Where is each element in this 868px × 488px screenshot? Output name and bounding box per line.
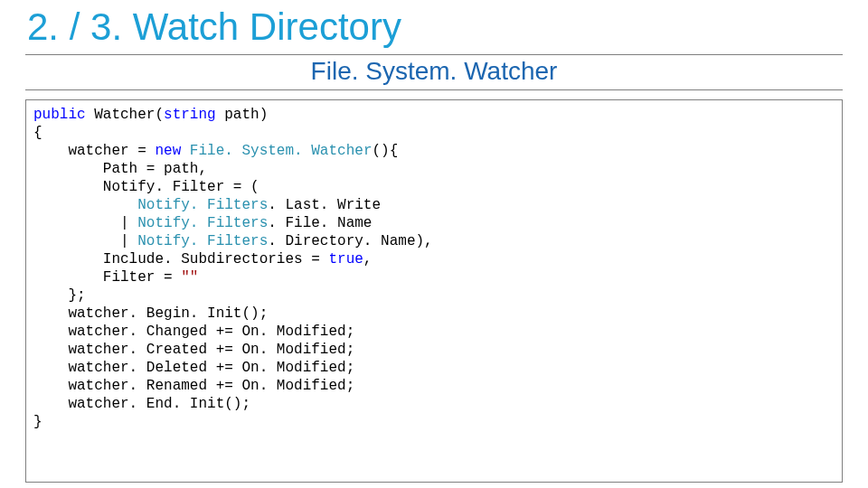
subtitle-text: File. System. Watcher xyxy=(311,57,558,85)
slide: 2. / 3. Watch Directory File. System. Wa… xyxy=(0,0,868,488)
code-text: . Directory. Name), xyxy=(268,233,432,249)
code-text: Filter = xyxy=(33,269,181,286)
code-text xyxy=(181,143,190,159)
code-text: Include. Subdirectories = xyxy=(33,251,328,267)
subtitle-bar: File. System. Watcher xyxy=(25,54,843,90)
code-text: (){ xyxy=(372,143,398,159)
code-text: Watcher( xyxy=(86,107,164,123)
code-text: watcher = xyxy=(33,143,155,159)
code-text: watcher. Deleted += On. Modified; xyxy=(33,360,354,376)
keyword-true: true xyxy=(328,251,363,267)
code-text: watcher. Renamed += On. Modified; xyxy=(33,378,354,394)
keyword-new: new xyxy=(155,143,181,159)
code-text: watcher. End. Init(); xyxy=(33,396,250,412)
code-text: } xyxy=(33,414,42,430)
string-literal: "" xyxy=(181,269,198,286)
code-text xyxy=(33,197,137,213)
keyword-public: public xyxy=(33,107,86,123)
code-text: Path = path, xyxy=(33,161,207,177)
code-text: . File. Name xyxy=(268,215,372,231)
code-text: Notify. Filter = ( xyxy=(33,179,259,195)
code-text: . Last. Write xyxy=(268,197,381,213)
code-text: path) xyxy=(216,107,269,123)
code-text: }; xyxy=(33,287,86,304)
code-text: | xyxy=(33,215,137,231)
type-notifyfilters: Notify. Filters xyxy=(137,197,268,213)
type-notifyfilters: Notify. Filters xyxy=(137,215,268,231)
code-text: watcher. Created += On. Modified; xyxy=(33,342,354,358)
code-text: watcher. Changed += On. Modified; xyxy=(33,324,354,340)
code-text: watcher. Begin. Init(); xyxy=(33,305,268,322)
code-text: { xyxy=(33,125,42,141)
slide-title: 2. / 3. Watch Directory xyxy=(25,5,843,49)
keyword-string: string xyxy=(164,107,216,123)
code-text: | xyxy=(33,233,137,249)
type-filesystemwatcher: File. System. Watcher xyxy=(190,143,373,159)
type-notifyfilters: Notify. Filters xyxy=(137,233,268,249)
code-block: public Watcher(string path) { watcher = … xyxy=(25,99,843,483)
code-text: , xyxy=(363,251,373,267)
